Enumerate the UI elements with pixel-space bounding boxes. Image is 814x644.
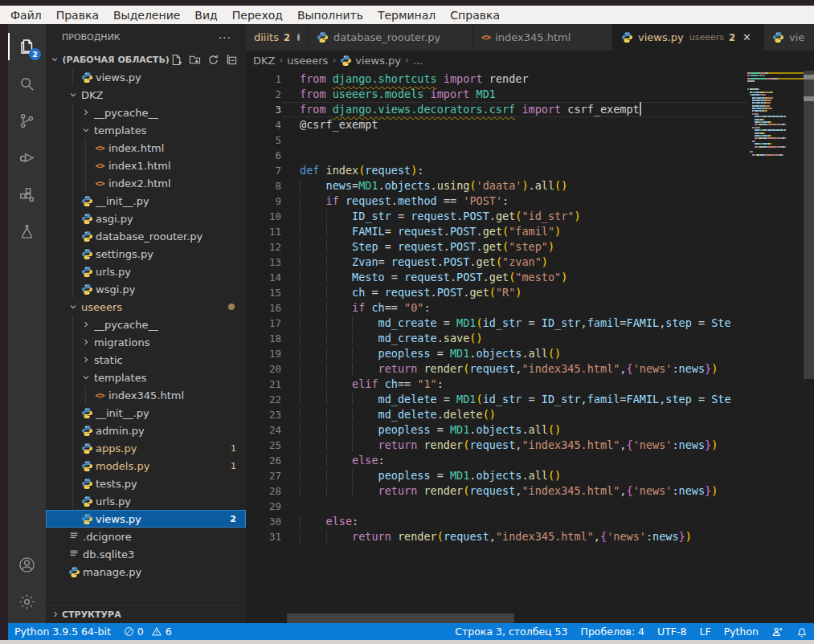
folder-tree-item-templates[interactable]: templates — [46, 369, 246, 386]
code-line-28[interactable]: 28 return render(request,"index345.html"… — [246, 483, 814, 499]
file-tree-item-settings-py[interactable]: settings.py — [46, 245, 246, 263]
extensions-icon[interactable] — [8, 176, 46, 213]
line-number[interactable]: 21 — [246, 377, 281, 392]
settings-icon[interactable] — [8, 583, 46, 620]
minimap[interactable] — [747, 71, 804, 623]
cursor-position-item[interactable]: Строка 3, столбец 53 — [448, 626, 574, 638]
menu-item-3[interactable]: Выделение — [106, 9, 187, 22]
line-number[interactable]: 27 — [246, 468, 281, 483]
file-tree-item-tests-py[interactable]: tests.py — [46, 475, 246, 492]
menu-item-6[interactable]: Выполнить — [290, 9, 370, 22]
editor-tab-database-roouter-py[interactable]: database_roouter.py — [309, 24, 473, 51]
code-line-15[interactable]: 15 ch = request.POST.get("R") — [246, 285, 814, 300]
line-number[interactable]: 19 — [246, 346, 281, 361]
code-line-12[interactable]: 12 Step = request.POST.get("step") — [246, 239, 814, 255]
code-line-23[interactable]: 23 md_delete.delete() — [246, 407, 814, 422]
line-number[interactable]: 24 — [246, 422, 281, 438]
dirty-dot-icon[interactable] — [297, 34, 300, 41]
encoding-item[interactable]: UTF-8 — [651, 626, 693, 638]
code-line-7[interactable]: 7def index(request): — [246, 163, 814, 178]
code-line-5[interactable]: 5 — [246, 132, 814, 148]
horizontal-scrollbar[interactable] — [287, 613, 514, 623]
line-number[interactable]: 5 — [246, 132, 281, 148]
file-tree-item-manage-py[interactable]: manage.py — [46, 563, 246, 581]
folder-tree-item-migrations[interactable]: migrations — [46, 333, 246, 351]
line-number[interactable]: 29 — [246, 499, 281, 514]
line-number[interactable]: 31 — [246, 529, 281, 544]
line-number[interactable]: 2 — [246, 87, 281, 102]
file-tree-item-views-py[interactable]: views.py — [46, 68, 246, 86]
code-line-10[interactable]: 10 ID_str = request.POST.get("id_str") — [246, 209, 814, 224]
breadcrumb-item--[interactable]: ... — [413, 55, 423, 67]
file-tree-item-urls-py[interactable]: urls.py — [46, 492, 246, 510]
folder-tree-item--pycache-[interactable]: __pycache__ — [46, 104, 246, 121]
code-line-11[interactable]: 11 FAMIL= request.POST.get("famil") — [246, 224, 814, 239]
code-line-4[interactable]: 4@csrf_exempt — [246, 117, 814, 132]
file-tree-item--init-py[interactable]: __init__.py — [46, 404, 246, 422]
line-number[interactable]: 30 — [246, 514, 281, 529]
explorer-icon[interactable]: 2 — [8, 28, 46, 65]
account-icon[interactable] — [8, 546, 46, 583]
line-number[interactable]: 16 — [246, 300, 281, 316]
file-tree-item-database-roouter-py[interactable]: database_roouter.py — [46, 227, 246, 245]
workspace-section-header[interactable]: (РАБОЧАЯ ОБЛАСТЬ) ... — [46, 51, 246, 68]
file-tree-item-views-py[interactable]: views.py2 — [46, 510, 246, 528]
code-line-3[interactable]: 3from django.views.decorators.csrf impor… — [246, 102, 814, 117]
menu-item-5[interactable]: Переход — [225, 9, 290, 22]
code-line-30[interactable]: 30 else: — [246, 514, 814, 529]
explorer-more-actions-button[interactable]: ··· — [219, 31, 231, 44]
line-number[interactable]: 14 — [246, 270, 281, 285]
menu-item-2[interactable]: Правка — [49, 9, 106, 22]
breadcrumb-item-views-py[interactable]: views.py — [340, 55, 401, 67]
notifications-bell-icon[interactable] — [790, 626, 814, 638]
language-mode-item[interactable]: Python — [718, 626, 765, 638]
code-line-9[interactable]: 9 if request.method == 'POST': — [246, 194, 814, 209]
folder-tree-item-useeers[interactable]: useeers — [46, 298, 246, 316]
editor-tab-diiits[interactable]: diiits2 — [246, 24, 309, 51]
code-line-22[interactable]: 22 md_delete = MD1(id_str = ID_str,famil… — [246, 392, 814, 407]
new-folder-icon[interactable] — [189, 54, 201, 66]
folder-tree-item-templates[interactable]: templates — [46, 121, 246, 139]
code-line-1[interactable]: 1from django.shortcuts import render — [246, 71, 814, 87]
collapse-all-icon[interactable] — [226, 54, 238, 66]
code-line-8[interactable]: 8 news=MD1.objects.using('daata').all() — [246, 178, 814, 194]
editor-tab-vie[interactable]: vie — [764, 24, 814, 51]
code-line-20[interactable]: 20 return render(request,"index345.html"… — [246, 361, 814, 377]
run-and-debug-icon[interactable] — [8, 139, 46, 176]
file-tree-item-urls-py[interactable]: urls.py — [46, 263, 246, 280]
close-icon[interactable]: ✕ — [742, 31, 751, 43]
menu-item-8[interactable]: Справка — [443, 9, 507, 22]
source-control-icon[interactable] — [8, 102, 46, 139]
line-number[interactable]: 23 — [246, 407, 281, 422]
code-line-25[interactable]: 25 return render(request,"index345.html"… — [246, 438, 814, 453]
line-number[interactable]: 8 — [246, 178, 281, 194]
line-number[interactable]: 1 — [246, 71, 281, 87]
line-number[interactable]: 15 — [246, 285, 281, 300]
code-editor[interactable]: 1from django.shortcuts import render2fro… — [246, 70, 814, 623]
code-line-2[interactable]: 2from useeers.models import MD1 — [246, 87, 814, 102]
folder-tree-item--pycache-[interactable]: __pycache__ — [46, 316, 246, 333]
code-line-18[interactable]: 18 md_create.save() — [246, 331, 814, 346]
line-number[interactable]: 3 — [246, 102, 281, 117]
file-tree-item-wsgi-py[interactable]: wsgi.py — [46, 280, 246, 298]
file-tree-item-index2-html[interactable]: <>index2.html — [46, 174, 246, 192]
line-number[interactable]: 17 — [246, 316, 281, 331]
line-number[interactable]: 28 — [246, 483, 281, 499]
file-tree-item--init-py[interactable]: __init__.py — [46, 192, 246, 210]
line-number[interactable]: 18 — [246, 331, 281, 346]
code-line-24[interactable]: 24 peopless = MD1.objects.all() — [246, 422, 814, 438]
outline-section-header[interactable]: СТРУКТУРА — [46, 605, 246, 623]
line-number[interactable]: 7 — [246, 163, 281, 178]
editor-tab-index345-html[interactable]: <>index345.html — [473, 24, 613, 51]
line-number[interactable]: 20 — [246, 361, 281, 377]
line-number[interactable]: 10 — [246, 209, 281, 224]
line-number[interactable]: 22 — [246, 392, 281, 407]
file-tree-item-index345-html[interactable]: <>index345.html — [46, 386, 246, 404]
breadcrumb-item-dkz[interactable]: DKZ — [253, 55, 275, 67]
file-tree-item-index-html[interactable]: <>index.html — [46, 139, 246, 157]
testing-icon[interactable] — [8, 213, 46, 250]
code-line-6[interactable]: 6 — [246, 148, 814, 163]
code-line-16[interactable]: 16 if ch== "0": — [246, 300, 814, 316]
feedback-icon[interactable] — [765, 626, 790, 638]
file-tree-item-db-sqlite3[interactable]: db.sqlite3 — [46, 545, 246, 563]
